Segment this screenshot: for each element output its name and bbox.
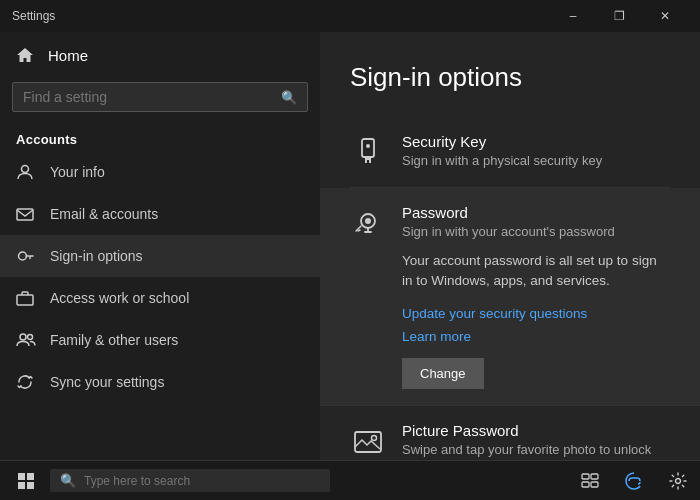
taskbar: 🔍 — [0, 460, 700, 500]
title-bar: Settings – ❐ ✕ — [0, 0, 700, 32]
picture-password-row: Picture Password Swipe and tap your favo… — [350, 406, 670, 461]
person-icon — [16, 163, 36, 181]
picture-password-icon — [350, 424, 386, 460]
sidebar-item-email-label: Email & accounts — [50, 206, 158, 222]
svg-rect-19 — [582, 474, 589, 479]
svg-point-0 — [22, 166, 29, 173]
svg-rect-21 — [582, 482, 589, 487]
search-icon: 🔍 — [281, 90, 297, 105]
svg-point-5 — [28, 335, 33, 340]
picture-password-desc: Swipe and tap your favorite photo to unl… — [402, 442, 670, 461]
edge-icon[interactable] — [620, 467, 648, 495]
sidebar-item-sign-in[interactable]: Sign-in options — [0, 235, 320, 277]
password-details: Password Sign in with your account's pas… — [402, 204, 670, 389]
close-button[interactable]: ✕ — [642, 0, 688, 32]
sidebar-item-access-work-label: Access work or school — [50, 290, 189, 306]
search-box[interactable]: 🔍 — [12, 82, 308, 112]
svg-rect-9 — [369, 160, 371, 163]
svg-rect-18 — [27, 482, 34, 489]
taskbar-search-input[interactable] — [84, 474, 320, 488]
svg-rect-13 — [355, 432, 381, 452]
svg-point-4 — [20, 334, 26, 340]
right-panel: Sign-in options Security Key Sign in wit… — [320, 32, 700, 460]
svg-rect-7 — [365, 157, 371, 160]
page-title: Sign-in options — [350, 62, 670, 93]
password-row: Password Sign in with your account's pas… — [320, 188, 700, 406]
update-security-questions-link[interactable]: Update your security questions — [402, 306, 670, 321]
picture-password-details: Picture Password Swipe and tap your favo… — [402, 422, 670, 461]
accounts-section-label: Accounts — [0, 124, 320, 151]
main-content: Home 🔍 Accounts Your info — [0, 32, 700, 460]
taskbar-right — [576, 467, 692, 495]
sidebar-item-email-accounts[interactable]: Email & accounts — [0, 193, 320, 235]
security-key-details: Security Key Sign in with a physical sec… — [402, 133, 670, 168]
svg-rect-17 — [18, 482, 25, 489]
sidebar-item-sign-in-label: Sign-in options — [50, 248, 143, 264]
svg-point-23 — [676, 478, 681, 483]
taskbar-search-box[interactable]: 🔍 — [50, 469, 330, 492]
security-key-desc: Sign in with a physical security key — [402, 153, 670, 168]
sidebar-item-your-info[interactable]: Your info — [0, 151, 320, 193]
picture-password-title: Picture Password — [402, 422, 670, 439]
svg-point-14 — [372, 435, 377, 440]
password-title: Password — [402, 204, 670, 221]
security-key-row: Security Key Sign in with a physical sec… — [350, 117, 670, 188]
taskview-icon[interactable] — [576, 467, 604, 495]
minimize-button[interactable]: – — [550, 0, 596, 32]
svg-point-10 — [366, 144, 370, 148]
start-button[interactable] — [8, 463, 44, 499]
maximize-button[interactable]: ❐ — [596, 0, 642, 32]
svg-rect-15 — [18, 473, 25, 480]
sidebar-item-sync-label: Sync your settings — [50, 374, 164, 390]
learn-more-link[interactable]: Learn more — [402, 329, 670, 344]
search-input[interactable] — [23, 89, 281, 105]
sidebar-item-family-label: Family & other users — [50, 332, 178, 348]
security-key-icon — [350, 135, 386, 171]
password-desc: Sign in with your account's password — [402, 224, 670, 239]
sidebar-item-home[interactable]: Home — [0, 32, 320, 78]
title-bar-text: Settings — [12, 9, 55, 23]
svg-rect-16 — [27, 473, 34, 480]
sidebar-item-access-work[interactable]: Access work or school — [0, 277, 320, 319]
change-button[interactable]: Change — [402, 358, 484, 389]
email-icon — [16, 205, 36, 223]
sidebar-item-family-users[interactable]: Family & other users — [0, 319, 320, 361]
sidebar: Home 🔍 Accounts Your info — [0, 32, 320, 460]
svg-rect-8 — [365, 160, 367, 163]
svg-rect-20 — [591, 474, 598, 479]
password-expanded-content: Your account password is all set up to s… — [402, 251, 670, 389]
settings-taskbar-icon[interactable] — [664, 467, 692, 495]
home-icon — [16, 46, 34, 64]
svg-rect-3 — [17, 295, 33, 305]
sidebar-home-label: Home — [48, 47, 88, 64]
password-icon — [350, 206, 386, 242]
taskbar-search-icon: 🔍 — [60, 473, 76, 488]
briefcase-icon — [16, 289, 36, 307]
svg-rect-22 — [591, 482, 598, 487]
sidebar-item-your-info-label: Your info — [50, 164, 105, 180]
group-icon — [16, 331, 36, 349]
svg-rect-1 — [17, 209, 33, 220]
title-bar-controls: – ❐ ✕ — [550, 0, 688, 32]
sync-icon — [16, 373, 36, 391]
sidebar-item-sync[interactable]: Sync your settings — [0, 361, 320, 403]
svg-point-12 — [365, 218, 371, 224]
password-expanded-text: Your account password is all set up to s… — [402, 251, 670, 292]
key-icon — [16, 247, 36, 265]
security-key-title: Security Key — [402, 133, 670, 150]
